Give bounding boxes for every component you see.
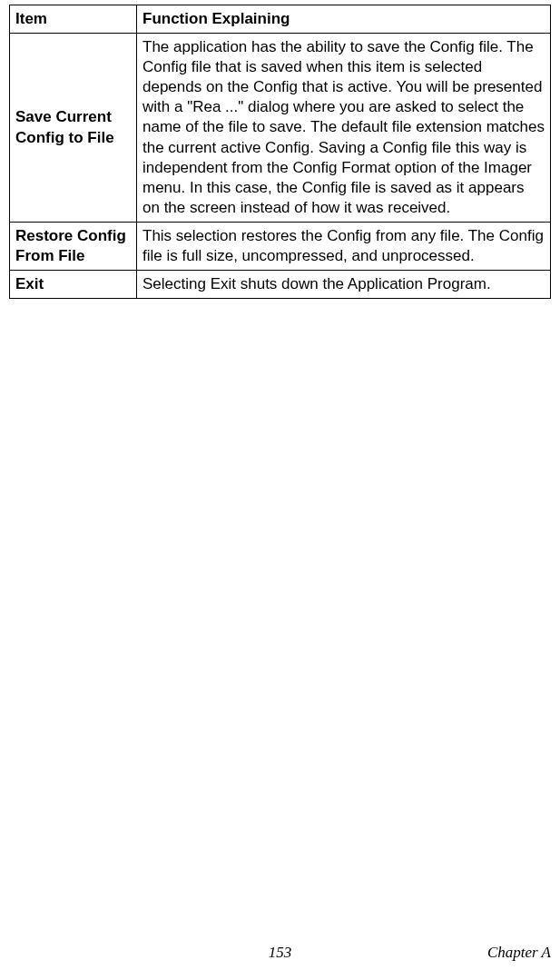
row-item-desc: This selection restores the Config from … <box>137 222 551 270</box>
page-number: 153 <box>269 944 292 962</box>
page-footer: 153 Chapter A <box>9 944 551 962</box>
table-header-row: Item Function Explaining <box>10 5 551 34</box>
chapter-label: Chapter A <box>487 944 551 962</box>
row-item-desc: The application has the ability to save … <box>137 34 551 223</box>
table-row: Save Current Config to File The applicat… <box>10 34 551 223</box>
table-row: Restore Config From File This selection … <box>10 222 551 270</box>
row-item-label: Exit <box>10 271 137 299</box>
table-row: Exit Selecting Exit shuts down the Appli… <box>10 271 551 299</box>
header-function: Function Explaining <box>137 5 551 34</box>
row-item-label: Restore Config From File <box>10 222 137 270</box>
config-table: Item Function Explaining Save Current Co… <box>9 5 551 299</box>
row-item-label: Save Current Config to File <box>10 34 137 223</box>
row-item-desc: Selecting Exit shuts down the Applicatio… <box>137 271 551 299</box>
header-item: Item <box>10 5 137 34</box>
